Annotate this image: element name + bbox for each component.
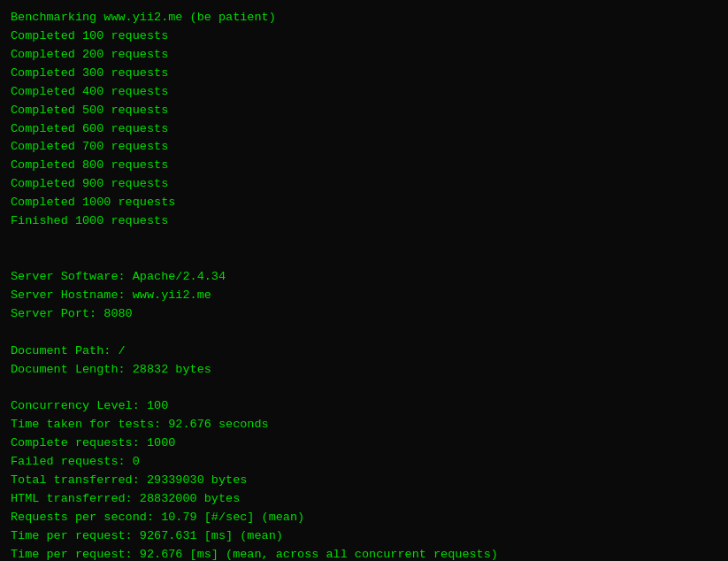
terminal-line: Completed 100 requests [11,27,717,46]
terminal-line: HTML transferred: 28832000 bytes [11,490,717,509]
terminal-line: Completed 700 requests [11,138,717,157]
terminal-line: Document Path: / [11,342,717,361]
terminal-line [11,324,717,342]
terminal-line: Time per request: 92.676 [ms] (mean, acr… [11,546,717,561]
terminal-line: Concurrency Level: 100 [11,397,717,416]
terminal-line: Completed 300 requests [11,65,717,83]
terminal-line: Completed 800 requests [11,157,717,175]
terminal-line: Time taken for tests: 92.676 seconds [11,416,717,434]
terminal-line [11,231,717,250]
terminal-line: Completed 600 requests [11,120,717,139]
terminal-line: Document Length: 28832 bytes [11,361,717,380]
terminal-line: Completed 400 requests [11,83,717,102]
terminal-line: Time per request: 9267.631 [ms] (mean) [11,527,717,546]
terminal-line [11,379,717,397]
terminal-line: Completed 1000 requests [11,194,717,212]
terminal-line: Completed 900 requests [11,175,717,194]
terminal-line: Total transferred: 29339030 bytes [11,472,717,490]
terminal-line: Server Port: 8080 [11,305,717,324]
terminal-line [11,250,717,268]
terminal-line: Completed 500 requests [11,102,717,120]
terminal-line: Finished 1000 requests [11,212,717,231]
terminal-line: Complete requests: 1000 [11,434,717,453]
terminal-line: Completed 200 requests [11,46,717,65]
terminal-line: Failed requests: 0 [11,453,717,472]
terminal-line: Server Hostname: www.yii2.me [11,287,717,305]
terminal-line: Requests per second: 10.79 [#/sec] (mean… [11,509,717,527]
terminal-output: Benchmarking www.yii2.me (be patient)Com… [11,9,717,561]
terminal-line: Server Software: Apache/2.4.34 [11,268,717,287]
terminal-line: Benchmarking www.yii2.me (be patient) [11,9,717,27]
